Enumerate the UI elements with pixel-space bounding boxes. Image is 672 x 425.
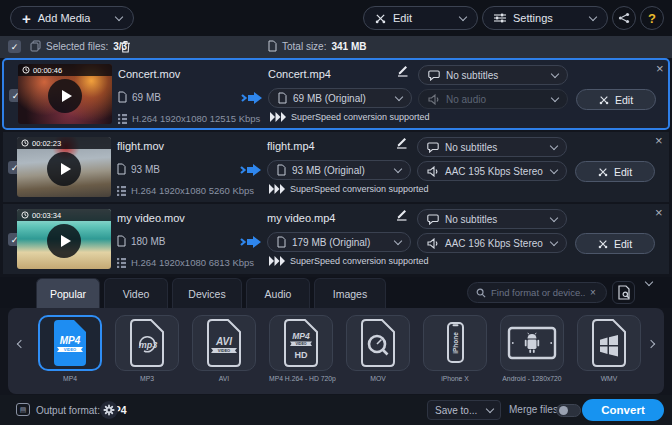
iphone-icon: iPhone <box>435 318 475 368</box>
chevron-down-icon <box>459 12 467 20</box>
share-button[interactable] <box>612 6 636 30</box>
chevron-down-icon <box>486 404 494 412</box>
convert-button[interactable]: Convert <box>582 399 664 421</box>
video-thumbnail[interactable]: 00:02:23 <box>17 137 111 197</box>
scissors-icon <box>598 239 608 249</box>
settings-menu-button[interactable]: Settings <box>482 6 608 30</box>
mp3-file-icon: mp3 <box>127 318 167 368</box>
file-row-concert[interactable]: ✓ 00:00:46 Concert.mov 69 MB H.264 1920x… <box>2 58 670 130</box>
format-tile-wmv[interactable]: WMV <box>577 315 641 382</box>
video-thumbnail[interactable]: 00:00:46 <box>18 64 112 124</box>
format-tile-mp3[interactable]: mp3 MP3 <box>115 315 179 382</box>
check-icon: ✓ <box>8 40 21 53</box>
remove-file-button[interactable]: × <box>655 134 663 147</box>
format-tile-label: MP4 <box>38 375 102 382</box>
svg-text:MP4: MP4 <box>60 335 81 346</box>
format-tabs-bar: Popular Video Devices Audio Images × <box>0 277 672 308</box>
android-tablet-icon <box>506 323 558 363</box>
plus-icon: + <box>22 11 31 26</box>
remove-file-button[interactable]: × <box>655 206 663 219</box>
rename-pencil-icon[interactable] <box>395 136 408 149</box>
format-presets-panel: MP4VIDEO MP4 mp3 MP3 AVIVIDEO AVI <box>8 308 664 394</box>
play-button[interactable] <box>48 79 82 113</box>
output-format-settings-button[interactable] <box>100 401 118 419</box>
file-row-my-video[interactable]: ✓ 00:03:34 my video.mov 180 MB H.264 192… <box>3 204 669 274</box>
scroll-left-chevron[interactable] <box>17 340 25 348</box>
subtitles-dropdown[interactable]: No subtitles <box>417 137 567 157</box>
format-search-field[interactable]: × <box>467 282 607 303</box>
edit-file-button[interactable]: Edit <box>576 89 656 110</box>
add-media-button[interactable]: + Add Media <box>10 6 134 30</box>
delete-files-button[interactable] <box>120 40 131 53</box>
tab-audio[interactable]: Audio <box>246 278 310 308</box>
tab-devices[interactable]: Devices <box>172 278 242 308</box>
tab-video[interactable]: Video <box>104 278 168 308</box>
rename-pencil-icon[interactable] <box>395 208 408 221</box>
video-thumbnail[interactable]: 00:03:34 <box>17 209 111 269</box>
avi-file-icon: AVIVIDEO <box>204 318 244 368</box>
question-mark-icon: ? <box>648 11 656 26</box>
scissors-icon <box>599 95 609 105</box>
speech-bubble-icon <box>427 214 439 225</box>
codec-icon <box>117 258 126 268</box>
subtitles-dropdown[interactable]: No subtitles <box>418 65 568 85</box>
settings-menu-label: Settings <box>513 12 553 24</box>
clear-search-icon[interactable]: × <box>590 288 596 298</box>
edit-file-button[interactable]: Edit <box>575 161 655 182</box>
tab-popular[interactable]: Popular <box>36 278 100 308</box>
total-size-value: 341 MB <box>331 41 366 52</box>
file-row-flight[interactable]: ✓ 00:02:23 flight.mov 93 MB H.264 1920x1… <box>3 132 669 202</box>
audio-dropdown[interactable]: AAC 195 Kbps Stereo <box>417 161 567 181</box>
save-to-dropdown[interactable]: Save to... <box>427 400 501 420</box>
svg-text:VIDEO: VIDEO <box>64 347 76 352</box>
custom-preset-button[interactable] <box>612 281 635 304</box>
svg-text:VIDEO: VIDEO <box>218 348 230 353</box>
source-file-name: my video.mov <box>117 212 185 224</box>
select-all-checkbox[interactable]: ✓ <box>8 40 21 53</box>
output-size-dropdown[interactable]: 69 MB (Original) <box>268 88 412 108</box>
format-tile-label: MOV <box>346 375 410 382</box>
svg-text:VIDEO: VIDEO <box>295 342 306 346</box>
speech-bubble-icon <box>428 70 440 81</box>
superspeed-icon <box>269 184 285 194</box>
audio-dropdown[interactable]: No audio <box>418 89 568 109</box>
merge-files-toggle[interactable] <box>556 404 581 417</box>
rename-pencil-icon[interactable] <box>396 64 409 77</box>
help-button[interactable]: ? <box>640 6 664 30</box>
total-size-label: Total size: <box>282 41 326 52</box>
edit-menu-button[interactable]: Edit <box>363 6 478 30</box>
save-to-label: Save to... <box>435 405 477 416</box>
superspeed-note: SuperSpeed conversion supported <box>291 112 430 122</box>
bottom-bar: ▤ Output format: MP4 Save to... Merge fi… <box>0 395 672 425</box>
selected-files-label: Selected files: <box>46 41 108 52</box>
speaker-icon <box>427 238 439 249</box>
source-file-size: 180 MB <box>131 236 165 247</box>
output-format-badge-icon: ▤ <box>16 403 30 416</box>
selection-bar: ✓ Selected files: 3/3 Total size: 341 MB <box>0 36 672 58</box>
scroll-right-chevron[interactable] <box>647 340 655 348</box>
collapse-panel-chevron-icon[interactable] <box>645 278 653 286</box>
output-size-dropdown[interactable]: 179 MB (Original) <box>267 232 411 252</box>
subtitles-dropdown[interactable]: No subtitles <box>417 209 567 229</box>
trash-icon <box>120 40 131 53</box>
edit-file-button[interactable]: Edit <box>575 233 655 254</box>
output-size-dropdown[interactable]: 93 MB (Original) <box>267 160 411 180</box>
play-button[interactable] <box>47 152 81 186</box>
codec-icon <box>118 114 127 124</box>
format-tile-android[interactable]: Android - 1280x720 <box>500 315 564 382</box>
remove-file-button[interactable]: × <box>656 62 664 75</box>
clock-icon <box>22 66 30 74</box>
format-tile-iphone-x[interactable]: iPhone iPhone X <box>423 315 487 382</box>
format-tile-mov[interactable]: MOV <box>346 315 410 382</box>
clock-icon <box>21 139 29 147</box>
codec-icon <box>117 186 126 196</box>
format-tile-mp4-hd[interactable]: MP4VIDEOHD MP4 H.264 - HD 720p <box>269 315 333 382</box>
audio-dropdown[interactable]: AAC 196 Kbps Stereo <box>417 233 567 253</box>
format-tile-mp4[interactable]: MP4VIDEO MP4 <box>38 315 102 382</box>
tab-images[interactable]: Images <box>314 278 386 308</box>
speaker-icon <box>428 94 440 105</box>
search-input[interactable] <box>491 287 585 298</box>
play-button[interactable] <box>47 224 81 258</box>
format-tile-avi[interactable]: AVIVIDEO AVI <box>192 315 256 382</box>
file-icon <box>277 236 286 248</box>
